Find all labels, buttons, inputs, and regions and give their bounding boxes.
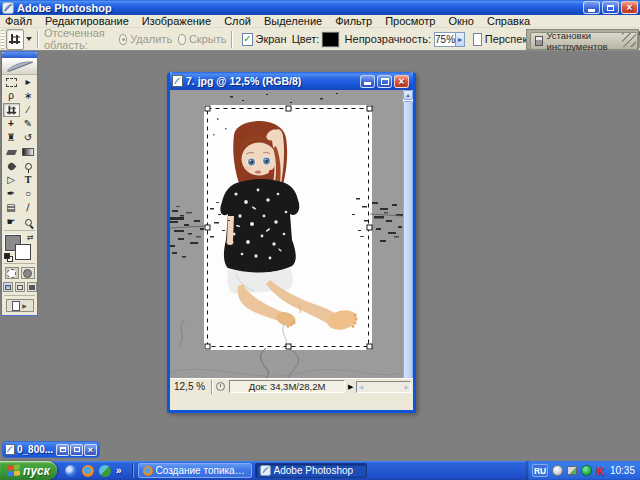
crop-handle[interactable]: [286, 344, 291, 349]
dodge-tool[interactable]: [20, 159, 37, 173]
eyedropper-tool[interactable]: ∖: [20, 201, 37, 215]
healing-brush-tool[interactable]: +: [3, 117, 20, 131]
menu-item-window[interactable]: Окно: [448, 15, 474, 27]
opacity-label: Непрозрачность:: [345, 33, 431, 45]
menu-item-select[interactable]: Выделение: [264, 15, 322, 27]
tray-eject-icon[interactable]: [552, 465, 563, 476]
close-button[interactable]: ×: [621, 1, 638, 14]
move-tool[interactable]: ▸: [20, 75, 37, 89]
tray-app-icon[interactable]: [567, 466, 577, 475]
zoom-tool[interactable]: [20, 215, 37, 229]
magic-wand-tool[interactable]: ∗: [20, 89, 37, 103]
shield-color-swatch[interactable]: [322, 32, 338, 47]
document-icon: [172, 75, 183, 87]
menu-item-image[interactable]: Изображение: [142, 15, 211, 27]
restore-button[interactable]: [602, 1, 619, 14]
rectangular-marquee-tool[interactable]: [3, 75, 20, 89]
radio-delete[interactable]: [119, 34, 127, 45]
default-colors-icon[interactable]: [4, 253, 12, 261]
standard-mode-button[interactable]: [5, 267, 19, 279]
clock[interactable]: 10:35: [610, 465, 635, 476]
crop-handle[interactable]: [367, 225, 372, 230]
move-icon: ▸: [25, 77, 30, 87]
eraser-tool[interactable]: [3, 145, 20, 159]
kaspersky-icon[interactable]: K: [596, 465, 604, 477]
mini-close-button[interactable]: ×: [84, 444, 97, 456]
vertical-scrollbar[interactable]: ▲ ▼: [403, 90, 413, 394]
scrollbar-thumb[interactable]: [403, 101, 413, 383]
options-grip[interactable]: [1, 30, 4, 49]
background-color-swatch[interactable]: [15, 244, 31, 260]
zoom-icon: [25, 219, 32, 226]
doc-close-button[interactable]: ×: [394, 75, 409, 88]
mini-restore-button[interactable]: [56, 444, 69, 456]
scroll-up-icon[interactable]: ▲: [403, 90, 413, 100]
tool-preset-caret-icon[interactable]: [26, 37, 32, 41]
history-brush-tool[interactable]: ↺: [20, 131, 37, 145]
clone-stamp-tool[interactable]: ♜: [3, 131, 20, 145]
crop-handle[interactable]: [367, 106, 372, 111]
type-tool[interactable]: T: [20, 173, 37, 187]
fullscreen-button[interactable]: [27, 282, 37, 292]
minimize-button[interactable]: [583, 1, 600, 14]
crop-handle[interactable]: [367, 344, 372, 349]
gradient-tool[interactable]: [20, 145, 37, 159]
doc-maximize-button[interactable]: [377, 75, 392, 88]
brush-tool[interactable]: ✎: [20, 117, 37, 131]
scroll-right-icon[interactable]: ▶: [404, 383, 409, 390]
quick-launch-app-icon[interactable]: [65, 465, 77, 477]
notes-tool[interactable]: ▤: [3, 201, 20, 215]
crop-handle[interactable]: [205, 344, 210, 349]
pen-icon: ✒: [7, 189, 15, 199]
menu-item-edit[interactable]: Редактирование: [45, 15, 129, 27]
fullscreen-menubar-button[interactable]: [15, 282, 25, 292]
mini-maximize-button[interactable]: [70, 444, 83, 456]
firefox-icon[interactable]: [82, 465, 94, 477]
radio-delete-label: Удалить: [130, 33, 172, 45]
opacity-spinner[interactable]: ▸: [456, 32, 465, 47]
crop-handle[interactable]: [286, 106, 291, 111]
horizontal-scrollbar[interactable]: ◀ ▶: [356, 381, 411, 393]
slice-tool[interactable]: ∕: [20, 103, 37, 117]
standard-screen-button[interactable]: [3, 282, 13, 292]
crop-handle[interactable]: [205, 225, 210, 230]
blur-tool[interactable]: [3, 159, 20, 173]
radio-hide[interactable]: [178, 34, 186, 45]
swap-colors-icon[interactable]: ⇄: [27, 233, 34, 242]
crop-handle[interactable]: [205, 106, 210, 111]
shape-tool[interactable]: ○: [20, 187, 37, 201]
quick-launch-overflow-chevron[interactable]: »: [116, 465, 122, 476]
doc-minimize-button[interactable]: [360, 75, 375, 88]
language-indicator[interactable]: RU: [532, 464, 548, 477]
crop-tool-button[interactable]: [6, 29, 25, 50]
menu-item-filter[interactable]: Фильтр: [335, 15, 372, 27]
pen-tool[interactable]: ✒: [3, 187, 20, 201]
opacity-input[interactable]: 75%: [434, 32, 456, 47]
crop-tool[interactable]: [3, 103, 20, 117]
zoom-level-field[interactable]: 12,5 %: [170, 380, 212, 394]
hand-tool[interactable]: ☛: [3, 215, 20, 229]
scroll-left-icon[interactable]: ◀: [358, 383, 363, 390]
path-selection-tool[interactable]: ▷: [3, 173, 20, 187]
shield-checkbox[interactable]: ✓: [242, 33, 252, 46]
menu-item-view[interactable]: Просмотр: [385, 15, 435, 27]
menu-item-file[interactable]: Файл: [5, 15, 32, 27]
doc-size-indicator[interactable]: Док: 34,3M/28,2M: [229, 380, 345, 393]
photoshop-window: Adobe Photoshop × Файл Редактирование Из…: [0, 0, 640, 480]
jump-to-imageready-button[interactable]: ▶: [6, 299, 34, 312]
tray-status-green-icon[interactable]: [581, 465, 592, 476]
lasso-tool[interactable]: ρ: [3, 89, 20, 103]
slice-icon: ∕: [27, 105, 29, 115]
document-canvas[interactable]: [170, 90, 403, 394]
quick-mask-mode-button[interactable]: [21, 267, 35, 279]
document-titlebar[interactable]: 7. jpg @ 12,5% (RGB/8) ×: [170, 72, 413, 90]
minimized-document-window[interactable]: 0_800... ×: [2, 441, 100, 458]
start-button[interactable]: пуск: [0, 461, 57, 480]
quick-launch-app2-icon[interactable]: [99, 465, 111, 477]
taskbar-item-browser[interactable]: Создание топика / Т...: [138, 463, 252, 478]
perspective-checkbox[interactable]: [473, 33, 482, 46]
taskbar-item-photoshop[interactable]: Adobe Photoshop: [255, 463, 367, 478]
menu-item-help[interactable]: Справка: [487, 15, 530, 27]
menu-item-layer[interactable]: Слой: [224, 15, 251, 27]
status-menu-arrow-icon[interactable]: ▶: [348, 383, 353, 391]
